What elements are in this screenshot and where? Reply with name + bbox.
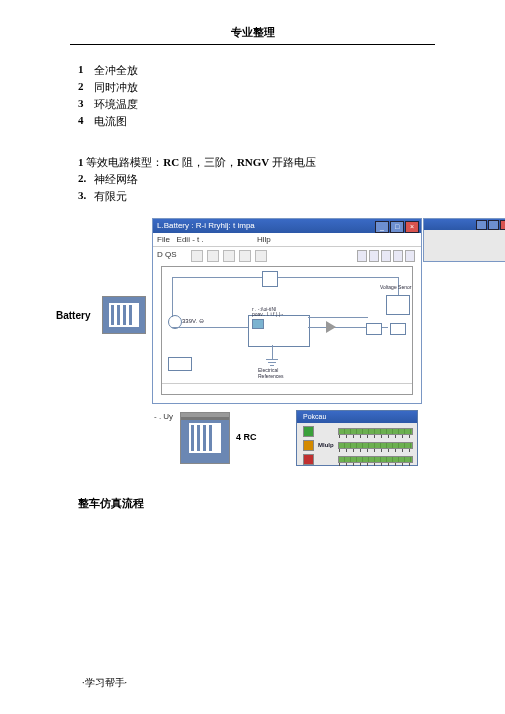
meter-row	[303, 454, 413, 464]
list2-b2: RNGV	[237, 156, 269, 168]
meter-body: Mlulp	[297, 423, 417, 465]
list-number: 3	[78, 97, 94, 109]
simulink-window[interactable]: L.Battery : R-i Rryhlj: t impa _ □ × Fil…	[152, 218, 422, 404]
close-button[interactable]	[500, 220, 505, 230]
list1-item-4: 4 电流图	[78, 114, 427, 129]
list-text: 同时冲放	[94, 80, 138, 95]
subsystem-block[interactable]	[248, 315, 310, 347]
page: 专业整理 1 全冲全放 2 同时冲放 3 环境温度 4 电流图 1 等效电路模型…	[0, 0, 505, 714]
list1-item-3: 3 环境温度	[78, 97, 427, 112]
canvas-border: Voltage Senor 339V. ⊖ r . -:i\oi-tiNl po…	[161, 266, 413, 395]
rc-label: 4 RC	[236, 432, 257, 442]
toolbar-icon[interactable]	[369, 250, 379, 262]
menubar[interactable]: File Edii - t . Hllp	[153, 233, 421, 247]
list2-mid2: 开路电压	[269, 156, 316, 168]
menu-edit[interactable]: Edii - t .	[177, 235, 204, 244]
close-button[interactable]: ×	[405, 221, 419, 233]
bottom-text: - . Uy	[154, 412, 173, 421]
secondary-window[interactable]	[423, 218, 505, 262]
list-number: 2	[78, 80, 94, 92]
page-header: 专业整理	[0, 0, 505, 40]
meter-title-text: Pokcau	[303, 413, 326, 420]
list1-item-2: 2 同时冲放	[78, 80, 427, 95]
menu-file[interactable]: File	[157, 235, 170, 244]
list1-item-1: 1 全冲全放	[78, 63, 427, 78]
voltage-source-label: 339V. ⊖	[182, 317, 204, 324]
section-title: 整车仿真流程	[78, 496, 427, 511]
secondary-titlebar[interactable]	[424, 219, 505, 230]
battery-label: Battery	[56, 310, 90, 321]
subsystem-label-2: poav.. l. i.f.).|·-	[252, 312, 283, 317]
toolbar-icon[interactable]	[223, 250, 235, 262]
list-number: 3.	[78, 189, 94, 201]
page-footer: ·学习帮手·	[82, 676, 127, 690]
maximize-button[interactable]	[488, 220, 499, 230]
meter-row: Mlulp	[303, 440, 413, 450]
block-icon[interactable]	[366, 323, 382, 335]
list-text: 神经网络	[94, 172, 138, 187]
list-text: 电流图	[94, 114, 127, 129]
model-canvas[interactable]: Voltage Senor 339V. ⊖ r . -:i\oi-tiNl po…	[153, 262, 421, 403]
meter-icon	[303, 454, 314, 465]
list2-item-2: 2. 神经网络	[78, 172, 427, 187]
list2-item-1: 1 等效电路模型：RC 阻，三阶，RNGV 开路电压	[78, 155, 427, 170]
list2-item-3: 3. 有限元	[78, 189, 427, 204]
meter-titlebar[interactable]: Pokcau	[297, 411, 417, 423]
port-icon	[252, 319, 264, 329]
block-icon[interactable]	[262, 271, 278, 287]
minimize-button[interactable]	[476, 220, 487, 230]
battery-icon	[102, 296, 146, 334]
window-title: L.Battery : R-i Rryhlj: t impa	[157, 221, 255, 230]
ground-label: Electrical References	[258, 367, 284, 379]
list-text: 环境温度	[94, 97, 138, 112]
toolbar-icon[interactable]	[405, 250, 415, 262]
meter-label: Mlulp	[318, 442, 338, 448]
battery-inner	[109, 303, 139, 327]
list2-mid1: 阻，三阶，	[179, 156, 237, 168]
powergui-block[interactable]	[168, 357, 192, 371]
list2-prefix: 等效电路模型：	[86, 156, 163, 168]
list-number: 1	[78, 156, 84, 168]
toolbar-icon[interactable]	[239, 250, 251, 262]
voltage-sensor-block[interactable]	[386, 295, 410, 315]
toolbar-icon[interactable]	[255, 250, 267, 262]
meter-icon	[303, 440, 314, 451]
list-number: 4	[78, 114, 94, 126]
meter-bar[interactable]	[338, 428, 413, 435]
list-number: 1	[78, 63, 94, 75]
toolbar-icon[interactable]	[393, 250, 403, 262]
voltage-sensor-label: Voltage Senor	[380, 284, 411, 290]
gain-block-icon[interactable]	[326, 321, 336, 333]
meter-window[interactable]: Pokcau Mlulp	[296, 410, 418, 466]
minimize-button[interactable]: _	[375, 221, 389, 233]
meter-bar[interactable]	[338, 456, 413, 463]
meter-row	[303, 426, 413, 436]
list-text: 全冲全放	[94, 63, 138, 78]
maximize-button[interactable]: □	[390, 221, 404, 233]
meter-bar[interactable]	[338, 442, 413, 449]
toolbar-icon[interactable]	[191, 250, 203, 262]
list-number: 2.	[78, 172, 94, 184]
block-icon[interactable]	[390, 323, 406, 335]
toolbar-icon[interactable]	[357, 250, 367, 262]
toolbar-text: D QS	[157, 250, 177, 259]
content-area: 1 全冲全放 2 同时冲放 3 环境温度 4 电流图 1 等效电路模型：RC 阻…	[0, 45, 505, 511]
figure-area: Battery L.Battery : R-i Rryhlj: t impa _…	[78, 218, 427, 466]
toolbar-icon[interactable]	[381, 250, 391, 262]
meter-icon	[303, 426, 314, 437]
window-titlebar[interactable]: L.Battery : R-i Rryhlj: t impa _ □ ×	[153, 219, 421, 233]
list2-b1: RC	[163, 156, 179, 168]
window-controls: _ □ ×	[375, 221, 419, 233]
list-text: 有限元	[94, 189, 127, 204]
toolbar-icon[interactable]	[207, 250, 219, 262]
menu-help[interactable]: Hllp	[257, 235, 271, 244]
battery-rc-icon	[180, 412, 230, 464]
figure-bottom-row: - . Uy 4 RC Pokcau	[78, 410, 427, 470]
